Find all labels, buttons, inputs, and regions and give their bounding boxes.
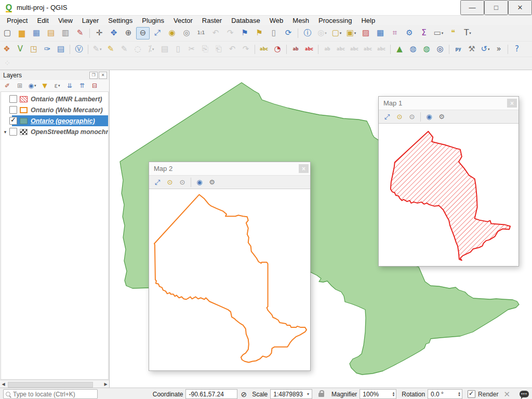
select-features-icon[interactable]: ▢▾ — [330, 27, 343, 39]
stop-render-icon[interactable]: ✕ — [503, 390, 510, 399]
minimize-button[interactable]: — — [460, 0, 484, 15]
zoom-full-extent-icon[interactable]: ⤢ — [152, 177, 163, 188]
zoom-full-extent-icon[interactable]: ⤢ — [381, 112, 393, 122]
layer-tree-hscrollbar[interactable]: ◀ ▶ — [0, 380, 109, 388]
refresh-map-icon[interactable]: ⟳ — [282, 27, 295, 39]
panel-float-button[interactable]: ❐ — [89, 72, 98, 79]
grass-tools-icon[interactable]: ▲ — [393, 44, 406, 55]
deselect-features-icon[interactable]: ▨ — [359, 27, 373, 39]
filter-legend-icon[interactable]: ▼ — [39, 81, 50, 91]
add-vector-layer-icon[interactable]: V — [14, 44, 26, 55]
current-edits-icon[interactable]: ✎▾ — [91, 44, 103, 55]
menu-project[interactable]: Project — [2, 16, 32, 25]
menu-settings[interactable]: Settings — [103, 16, 137, 25]
map-tips-icon[interactable]: ❝ — [446, 27, 460, 39]
data-source-manager-icon[interactable]: ❖ — [1, 44, 13, 55]
modify-attributes-icon[interactable]: ▤ — [158, 44, 171, 55]
layout-manager-icon[interactable]: ▥ — [59, 27, 72, 39]
show-bookmarks-icon[interactable]: ⚑ — [252, 27, 266, 39]
zoom-native-icon[interactable]: 1:1 — [194, 27, 208, 39]
layer-ontario-mnr-lambert[interactable]: Ontario (MNR Lambert) — [1, 94, 108, 104]
view-settings-icon[interactable]: ⚙ — [206, 177, 218, 188]
map-canvas[interactable]: Map 1 × ⤢⊙⊙◉⚙ — [110, 70, 532, 388]
map2-close-button[interactable]: × — [299, 164, 309, 173]
layer-diagram-icon[interactable]: ◔ — [271, 44, 284, 55]
vertex-tool-icon[interactable]: ⁒▾ — [145, 44, 157, 55]
locator-box[interactable] — [3, 389, 98, 399]
expander-icon[interactable]: ▾ — [1, 129, 9, 135]
layer-visibility-checkbox[interactable] — [9, 117, 17, 125]
scroll-thumb[interactable] — [8, 382, 93, 388]
new-bookmark-icon[interactable]: ⚑ — [238, 27, 251, 39]
add-mesh-layer-icon[interactable]: ▤ — [55, 44, 67, 55]
locator-input[interactable] — [13, 391, 95, 398]
add-raster-layer-icon[interactable]: ◳ — [28, 44, 40, 55]
menu-raster[interactable]: Raster — [197, 16, 227, 25]
pan-map-icon[interactable]: ✛ — [92, 27, 106, 39]
extents-mouse-position-icon[interactable]: ⊘ — [241, 390, 247, 398]
pan-to-selection-icon[interactable]: ✥ — [107, 27, 121, 39]
layer-visibility-checkbox[interactable] — [9, 106, 17, 114]
toggle-label-display-icon[interactable]: ab — [321, 44, 334, 55]
spinner-arrows-icon[interactable]: ▲▼ — [458, 392, 461, 397]
zoom-to-selection-icon[interactable]: ⊙ — [394, 112, 405, 122]
render-checkbox[interactable] — [468, 390, 475, 398]
new-project-icon[interactable]: ▢ — [1, 27, 14, 39]
field-calculator-icon[interactable]: ⌗ — [388, 27, 402, 39]
move-label-icon[interactable]: abc — [348, 44, 361, 55]
pin-labels-icon[interactable]: ab — [289, 44, 302, 55]
rotate-label-icon[interactable]: abc — [362, 44, 374, 55]
lock-scale-icon[interactable] — [318, 393, 324, 397]
identify-features-icon[interactable]: ⓘ — [301, 27, 314, 39]
copy-features-icon[interactable]: ⎘ — [199, 44, 211, 55]
add-group-icon[interactable]: ⊞ — [14, 81, 25, 91]
help-contents-icon[interactable]: ? — [511, 44, 523, 55]
measure-icon[interactable]: ▭▾ — [432, 27, 445, 39]
scale-combo[interactable]: 1:4879893▾ — [270, 389, 312, 399]
zoom-to-layer-icon[interactable]: ◎ — [180, 27, 193, 39]
osm-search-icon[interactable]: ◎ — [434, 44, 446, 55]
view-settings-icon[interactable]: ⚙ — [436, 112, 447, 122]
menu-mesh[interactable]: Mesh — [288, 16, 314, 25]
map1-close-button[interactable]: × — [507, 99, 517, 108]
menu-processing[interactable]: Processing — [314, 16, 356, 25]
menu-edit[interactable]: Edit — [32, 16, 53, 25]
coordinate-input[interactable]: -90.61,57.24 — [185, 389, 237, 399]
zoom-in-icon[interactable]: ⊕ — [122, 27, 135, 39]
menu-vector[interactable]: Vector — [169, 16, 197, 25]
menu-plugins[interactable]: Plugins — [137, 16, 169, 25]
layer-visibility-checkbox[interactable] — [9, 95, 17, 103]
map2-view[interactable] — [149, 189, 310, 370]
messages-icon[interactable]: ••• — [520, 391, 529, 397]
layer-openstreetmap-monochrome[interactable]: ▾ OpenStreetMap monochrome — [1, 126, 108, 137]
redo-icon[interactable]: ↷ — [240, 44, 252, 55]
plugin-tools-icon[interactable]: ⚒ — [466, 44, 478, 55]
remove-layer-icon[interactable]: ⊟ — [89, 81, 100, 91]
statistics-icon[interactable]: Σ — [417, 27, 431, 39]
highlight-pinned-labels-icon[interactable]: abc — [303, 44, 315, 55]
style-manager-icon[interactable]: ✎ — [73, 27, 87, 39]
zoom-next-icon[interactable]: ↷ — [223, 27, 237, 39]
delete-selected-icon[interactable]: ▯ — [172, 44, 184, 55]
zoom-to-layer-icon[interactable]: ⊙ — [406, 112, 418, 122]
processing-toolbox-icon[interactable]: ⚙ — [403, 27, 416, 39]
run-feature-action-icon[interactable]: ◎▾ — [315, 27, 329, 39]
zoom-last-icon[interactable]: ↶ — [209, 27, 222, 39]
save-edits-icon[interactable]: ✎ — [118, 44, 130, 55]
close-button[interactable]: ✕ — [508, 0, 532, 15]
menu-database[interactable]: Database — [227, 16, 265, 25]
cut-features-icon[interactable]: ✂ — [185, 44, 198, 55]
map1-window[interactable]: Map 1 × ⤢⊙⊙◉⚙ — [378, 96, 519, 267]
zoom-to-selection-icon[interactable]: ◉ — [165, 27, 179, 39]
add-delimited-text-icon[interactable]: ✑ — [41, 44, 54, 55]
add-virtual-layer-icon[interactable]: Ⓥ — [73, 44, 85, 55]
scroll-left-icon[interactable]: ◀ — [0, 382, 7, 387]
set-view-extent-icon[interactable]: ◉ — [194, 177, 205, 188]
magnifier-spinner[interactable]: 100% ▲▼ — [360, 389, 396, 399]
menu-web[interactable]: Web — [265, 16, 288, 25]
add-feature-icon[interactable]: ◌ — [131, 44, 144, 55]
map1-title-bar[interactable]: Map 1 × — [379, 97, 518, 110]
collapse-all-icon[interactable]: ⇈ — [76, 81, 88, 91]
panel-close-button[interactable]: ✕ — [99, 72, 107, 79]
vertex-points-icon[interactable]: ⁘ — [1, 57, 14, 70]
